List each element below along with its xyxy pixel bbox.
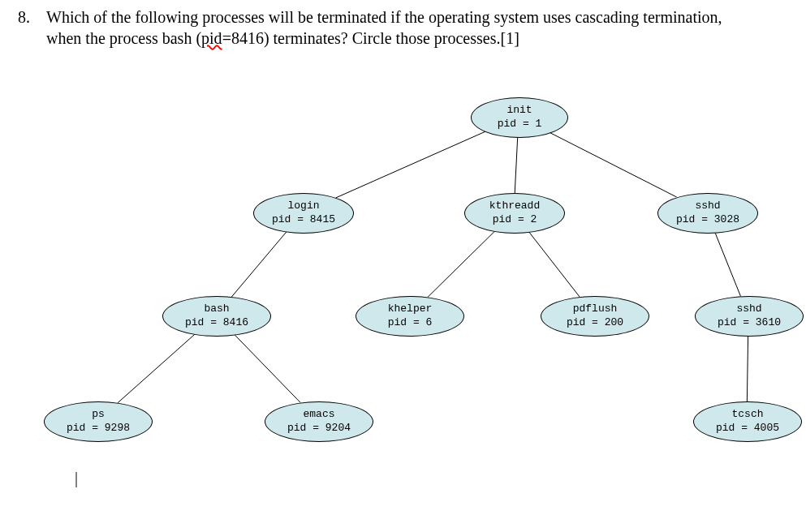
node-login: loginpid = 8415: [253, 193, 354, 234]
node-pid: pid = 9298: [67, 422, 130, 435]
node-ps: pspid = 9298: [44, 401, 153, 442]
question-number: 8.: [18, 6, 42, 28]
edge-init-sshd1: [549, 132, 677, 197]
node-pid: pid = 8415: [272, 213, 335, 227]
edge-init-login: [335, 131, 486, 198]
node-name: tcsch: [731, 408, 763, 422]
node-pdflush: pdflushpid = 200: [541, 296, 649, 337]
edge-sshd1-sshd2: [715, 232, 741, 297]
node-name: emacs: [303, 408, 334, 422]
edge-bash-emacs: [234, 334, 300, 403]
node-pid: pid = 3610: [718, 316, 781, 330]
node-sshd1: sshdpid = 3028: [657, 193, 758, 234]
node-init: initpid = 1: [471, 97, 568, 138]
tree-edges: [0, 73, 806, 511]
edge-kthreadd-khelper: [428, 230, 495, 297]
node-name: bash: [204, 302, 229, 316]
edge-sshd2-tcsch: [747, 335, 748, 401]
node-pid: pid = 8416: [185, 316, 248, 330]
node-pid: pid = 3028: [676, 213, 739, 227]
node-pid: pid = 1: [498, 118, 542, 131]
node-name: khelper: [388, 302, 433, 316]
question-line1: Which of the following processes will be…: [46, 8, 722, 26]
node-name: login: [287, 200, 319, 213]
node-pid: pid = 2: [493, 213, 537, 227]
text-cursor: |: [75, 469, 78, 487]
node-name: sshd: [695, 200, 720, 213]
node-bash: bashpid = 8416: [162, 296, 271, 337]
node-khelper: khelperpid = 6: [356, 296, 464, 337]
node-pid: pid = 4005: [716, 422, 779, 435]
node-pid: pid = 9204: [287, 422, 351, 435]
node-name: pdflush: [573, 302, 618, 316]
node-emacs: emacspid = 9204: [265, 401, 373, 442]
node-pid: pid = 6: [388, 316, 433, 330]
question-line2b: =8416) terminates? Circle those processe…: [222, 29, 519, 47]
node-name: init: [506, 104, 532, 118]
process-tree-diagram: initpid = 1loginpid = 8415kthreaddpid = …: [0, 73, 806, 511]
edge-login-bash: [231, 231, 287, 297]
node-name: sshd: [736, 302, 761, 316]
edge-bash-ps: [118, 333, 196, 403]
node-name: ps: [92, 408, 105, 422]
node-sshd2: sshdpid = 3610: [695, 296, 804, 337]
question-body: Which of the following processes will be…: [46, 6, 790, 49]
pid-word: pid: [201, 29, 222, 47]
question-text: 8. Which of the following processes will…: [18, 6, 790, 49]
node-name: kthreadd: [489, 200, 540, 213]
question-line2a: when the process bash (: [46, 29, 201, 47]
node-pid: pid = 200: [567, 316, 623, 330]
node-kthreadd: kthreaddpid = 2: [464, 193, 565, 234]
edge-kthreadd-pdflush: [528, 231, 580, 297]
edge-init-kthreadd: [515, 136, 518, 193]
node-tcsch: tcschpid = 4005: [693, 401, 802, 442]
